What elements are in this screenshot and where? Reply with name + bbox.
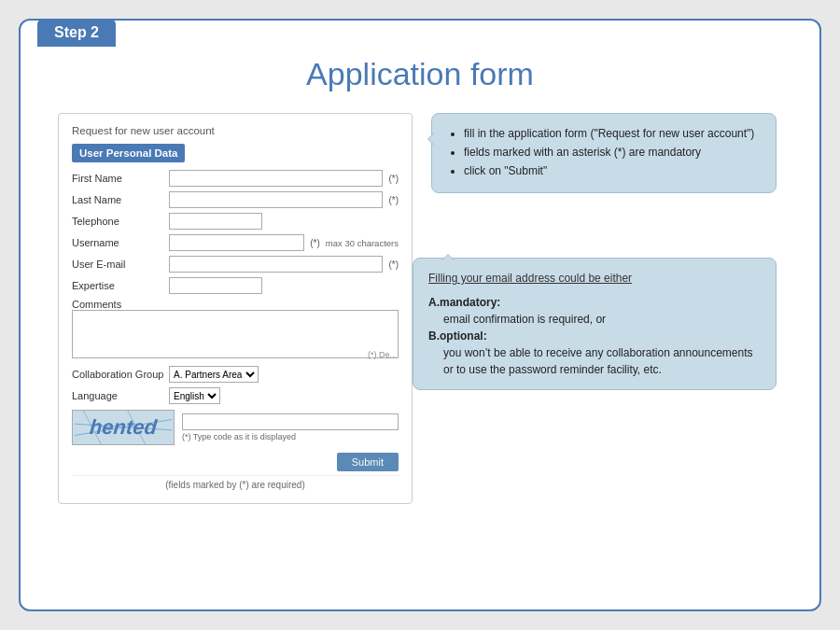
bubble-1-list: fill in the application form ("Request f… <box>447 125 761 179</box>
bubble-1-item-1: fill in the application form ("Request f… <box>464 125 761 142</box>
firstname-asterisk: (*) <box>388 174 399 184</box>
username-hint: max 30 characters <box>326 238 399 248</box>
language-select[interactable]: English <box>169 387 220 404</box>
content-area: Request for new user account User Person… <box>58 113 782 504</box>
bubble-email: Filling your email address could be eith… <box>413 258 777 390</box>
comments-label: Comments <box>72 299 165 310</box>
form-panel: Request for new user account User Person… <box>58 113 413 504</box>
lastname-input[interactable] <box>169 191 383 208</box>
submit-button[interactable]: Submit <box>337 453 399 471</box>
comments-textarea[interactable] <box>72 310 399 358</box>
telephone-label: Telephone <box>72 216 165 227</box>
email-label: User E-mail <box>72 259 165 270</box>
bubble-2-b-text: you won’t be able to receive any collabo… <box>428 344 761 378</box>
bubble-instructions: fill in the application form ("Request f… <box>431 113 777 193</box>
form-row-telephone: Telephone <box>72 213 399 230</box>
firstname-label: First Name <box>72 173 165 184</box>
captcha-hint: (*) Type code as it is displayed <box>182 432 399 441</box>
step-badge: Step 2 <box>37 19 116 47</box>
collab-select[interactable]: A. Partners Area <box>169 366 259 383</box>
lastname-label: Last Name <box>72 194 165 205</box>
form-row-username: Username (*) max 30 characters <box>72 234 399 251</box>
slide-container: Step 2 Application form Request for new … <box>19 19 821 611</box>
username-input[interactable] <box>169 234 304 251</box>
bubble-2-b-label: B.optional: <box>428 329 487 343</box>
textarea-wrapper: (*) De... <box>72 310 399 361</box>
form-footer: (fields marked by (*) are required) <box>72 475 399 490</box>
lastname-asterisk: (*) <box>388 195 399 205</box>
form-row-lastname: Last Name (*) <box>72 191 399 208</box>
bubble-2-a-label: A.mandatory: <box>428 296 500 309</box>
expertise-label: Expertise <box>72 280 165 291</box>
bubble-1-item-3: click on "Submit" <box>464 162 761 179</box>
email-input[interactable] <box>169 256 383 273</box>
textarea-hint: (*) De... <box>368 350 397 359</box>
form-row-language: Language English <box>72 387 399 404</box>
email-asterisk: (*) <box>388 259 399 270</box>
bubble-1-item-2: fields marked with an asterisk (*) are m… <box>464 144 761 161</box>
firstname-input[interactable] <box>169 170 383 187</box>
form-section-header: User Personal Data <box>72 144 185 162</box>
language-label: Language <box>72 390 165 401</box>
username-asterisk: (*) <box>310 238 320 248</box>
captcha-input[interactable] <box>182 413 399 430</box>
bubble-2-a-text: email confirmation is required, or <box>428 311 761 328</box>
telephone-input[interactable] <box>169 213 262 230</box>
form-row-comments: Comments (*) De... <box>72 299 399 361</box>
captcha-image: hented <box>72 410 175 445</box>
submit-row: Submit <box>72 453 399 471</box>
captcha-area: hented (*) Type code as it is displayed <box>72 410 399 445</box>
form-panel-title: Request for new user account <box>72 125 399 136</box>
slide-title: Application form <box>58 56 782 92</box>
captcha-text: hented <box>89 415 158 440</box>
form-row-firstname: First Name (*) <box>72 170 399 187</box>
form-row-collab: Collaboration Group A. Partners Area <box>72 366 399 383</box>
form-row-expertise: Expertise <box>72 277 399 294</box>
bubbles-area: fill in the application form ("Request f… <box>413 113 782 504</box>
collab-label: Collaboration Group <box>72 369 165 380</box>
username-label: Username <box>72 237 165 248</box>
expertise-input[interactable] <box>169 277 262 294</box>
form-row-email: User E-mail (*) <box>72 256 399 273</box>
bubble-2-title: Filling your email address could be eith… <box>428 270 761 287</box>
